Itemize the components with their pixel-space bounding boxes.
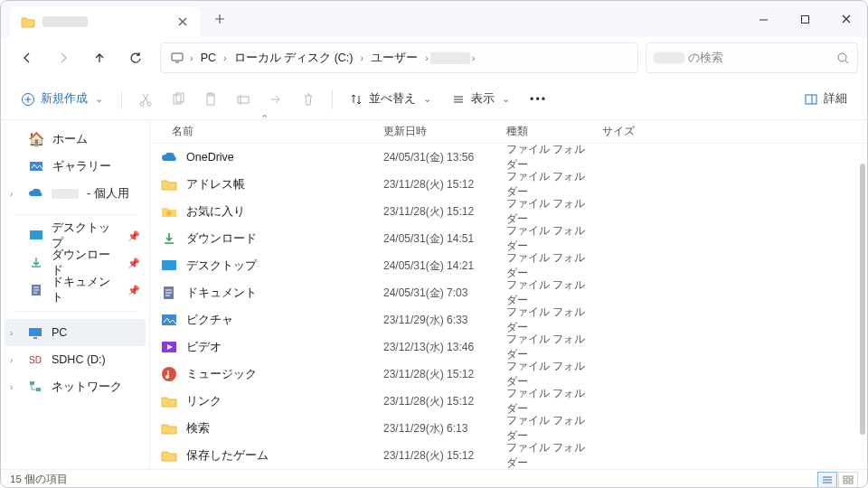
column-header-type[interactable]: 種類: [495, 124, 591, 139]
sidebar-label: PC: [52, 326, 67, 339]
file-row[interactable]: ビデオ23/12/13(水) 13:46ファイル フォルダー: [150, 333, 867, 361]
breadcrumb-user[interactable]: [430, 52, 470, 64]
download-icon: [161, 230, 177, 247]
desktop-icon: [161, 258, 177, 274]
more-button[interactable]: •••: [523, 88, 554, 111]
picture-icon: [161, 312, 177, 328]
file-type: ファイル フォルダー: [495, 440, 591, 469]
delete-button[interactable]: [294, 87, 323, 112]
file-type: ファイル フォルダー: [495, 196, 591, 227]
sort-button[interactable]: 並べ替え ⌄: [342, 86, 440, 112]
new-tab-button[interactable]: [207, 6, 232, 32]
sidebar-item-desktop[interactable]: デスクトップ📌: [5, 222, 146, 249]
back-button[interactable]: [10, 42, 44, 74]
close-button[interactable]: [826, 1, 867, 37]
music-icon: [161, 366, 177, 382]
maximize-icon: [800, 14, 810, 24]
more-icon: •••: [530, 93, 547, 106]
file-row[interactable]: 検索23/11/29(水) 6:13ファイル フォルダー: [150, 415, 867, 442]
file-date: 23/12/13(水) 13:46: [373, 340, 495, 355]
folder-icon: [161, 447, 177, 464]
file-date: 24/05/31(金) 14:51: [373, 231, 495, 247]
svg-rect-28: [849, 481, 853, 483]
file-name: ドキュメント: [186, 286, 257, 301]
desktop-icon: [28, 228, 43, 244]
sort-label: 並べ替え: [369, 91, 416, 107]
svg-rect-0: [801, 15, 808, 23]
minimize-button[interactable]: [742, 1, 784, 37]
breadcrumb-drive[interactable]: ローカル ディスク (C:): [229, 47, 359, 70]
maximize-button[interactable]: [784, 1, 826, 37]
details-pane-button[interactable]: 詳細: [797, 86, 854, 112]
pin-icon: 📌: [127, 230, 140, 242]
column-headers: 名前 更新日時 種類 サイズ: [150, 120, 867, 144]
rename-icon: [236, 92, 250, 107]
search-icon: [836, 52, 850, 65]
collapse-group-icon[interactable]: ⌃: [260, 113, 269, 125]
toolbar: 新規作成 ⌄ 並べ替え ⌄ 表示 ⌄ ••• 詳細: [1, 79, 867, 120]
column-header-date[interactable]: 更新日時: [373, 124, 495, 139]
tab-close-button[interactable]: [175, 14, 191, 30]
sidebar-label: ダウンロード: [52, 248, 119, 278]
pin-icon: 📌: [127, 285, 140, 296]
rename-button[interactable]: [229, 87, 258, 112]
file-date: 24/05/31(金) 14:21: [373, 258, 495, 274]
view-button[interactable]: 表示 ⌄: [444, 86, 519, 112]
onedrive-icon: [27, 185, 43, 202]
search-input[interactable]: の検索: [646, 42, 858, 73]
breadcrumb-pc[interactable]: PC: [195, 48, 222, 68]
sidebar-label: デスクトップ: [52, 221, 119, 251]
file-type: ファイル フォルダー: [495, 223, 591, 254]
refresh-button[interactable]: [118, 42, 153, 74]
sidebar-item-pc[interactable]: ›PC: [5, 319, 146, 346]
up-button[interactable]: [82, 42, 117, 74]
file-row[interactable]: お気に入り23/11/28(火) 15:12ファイル フォルダー: [150, 198, 867, 225]
folder-icon: [21, 14, 35, 29]
active-tab[interactable]: ████: [10, 6, 200, 37]
file-row[interactable]: ダウンロード24/05/31(金) 14:51ファイル フォルダー: [150, 225, 867, 252]
arrow-left-icon: [20, 51, 34, 65]
refresh-icon: [128, 51, 143, 65]
column-header-size[interactable]: サイズ: [591, 124, 655, 139]
close-icon: [178, 17, 187, 26]
cut-button[interactable]: [131, 87, 160, 112]
column-header-name[interactable]: 名前: [150, 124, 373, 139]
vertical-scrollbar[interactable]: [860, 164, 865, 435]
sidebar-item-sdhc[interactable]: ›SDSDHC (D:): [5, 346, 146, 373]
file-date: 23/11/28(火) 15:12: [373, 448, 495, 464]
file-row[interactable]: アドレス帳23/11/28(火) 15:12ファイル フォルダー: [150, 171, 867, 198]
svg-rect-27: [844, 481, 847, 483]
file-row[interactable]: リンク23/11/28(火) 15:12ファイル フォルダー: [150, 388, 867, 415]
sidebar-item-gallery[interactable]: ギャラリー: [5, 153, 146, 180]
file-date: 23/11/28(火) 15:12: [373, 367, 495, 382]
file-name: 検索: [186, 421, 210, 436]
sidebar-item-downloads[interactable]: ダウンロード📌: [5, 249, 146, 277]
breadcrumb-users[interactable]: ユーザー: [365, 47, 423, 70]
file-row[interactable]: OneDrive24/05/31(金) 13:56ファイル フォルダー: [150, 144, 867, 171]
file-row[interactable]: デスクトップ24/05/31(金) 14:21ファイル フォルダー: [150, 252, 867, 279]
breadcrumb[interactable]: › PC › ローカル ディスク (C:) › ユーザー › ›: [160, 42, 638, 73]
sidebar-item-network[interactable]: ›ネットワーク: [5, 373, 146, 400]
file-row[interactable]: 保存したゲーム23/11/28(火) 15:12ファイル フォルダー: [150, 442, 867, 469]
svg-rect-10: [238, 97, 249, 103]
share-button[interactable]: [261, 87, 290, 112]
sidebar-label: ドキュメント: [52, 275, 119, 305]
file-row[interactable]: ピクチャ23/11/29(水) 6:33ファイル フォルダー: [150, 306, 867, 333]
file-date: 23/11/28(火) 15:12: [373, 204, 495, 220]
file-row[interactable]: ミュージック23/11/28(火) 15:12ファイル フォルダー: [150, 361, 867, 388]
sidebar-item-documents[interactable]: ドキュメント📌: [5, 277, 146, 304]
paste-button[interactable]: [196, 87, 225, 112]
status-bar: 15 個の項目: [1, 469, 867, 488]
separator: [332, 89, 333, 109]
forward-button[interactable]: [46, 42, 80, 74]
sidebar-item-home[interactable]: 🏠ホーム: [5, 126, 146, 153]
grid-icon: [843, 475, 854, 484]
new-button[interactable]: 新規作成 ⌄: [14, 86, 112, 112]
arrow-up-icon: [92, 51, 107, 65]
cut-icon: [138, 92, 153, 107]
copy-button[interactable]: [164, 87, 193, 112]
file-row[interactable]: ドキュメント24/05/31(金) 7:03ファイル フォルダー: [150, 279, 867, 306]
sidebar-item-onedrive[interactable]: › - 個人用: [5, 180, 146, 207]
icons-view-button[interactable]: [838, 472, 858, 488]
details-view-button[interactable]: [817, 472, 837, 488]
